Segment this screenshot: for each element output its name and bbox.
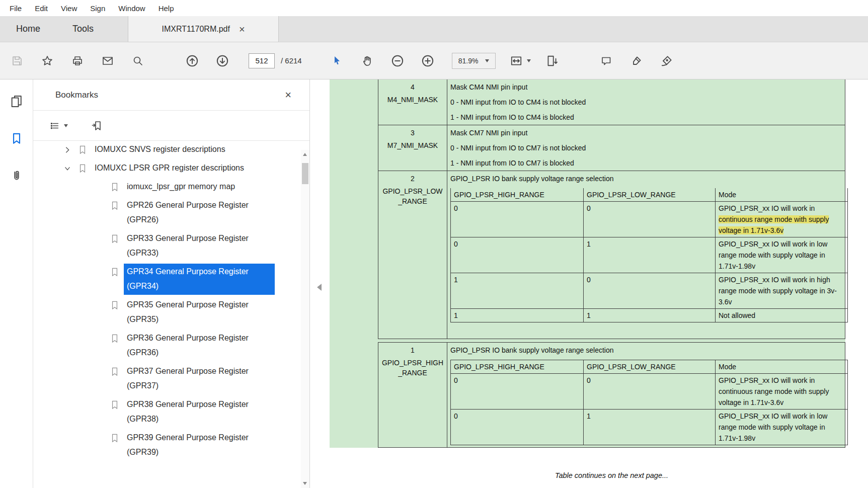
bookmark-item-iomuxc-lpsr-gpr[interactable]: IOMUXC LPSR GPR register descriptions (63, 158, 297, 177)
description-line: Mask CM7 NMI pin input (450, 125, 845, 140)
mode-table-row: 0 0 GPIO_LPSR_xx IO will work in continu… (451, 374, 848, 410)
tab-document[interactable]: IMXRT1170RM.pdf × (128, 16, 279, 42)
zoom-in-button[interactable] (417, 49, 439, 72)
menu-sign[interactable]: Sign (84, 4, 112, 13)
scrollbar-thumb[interactable] (302, 163, 308, 184)
bookmark-item-gpr34-selected[interactable]: GPR34 General Purpose Register (GPR34) (111, 262, 297, 295)
mode-table-header-row: GPIO_LPSR_HIGH_RANGE GPIO_LPSR_LOW_RANGE… (451, 188, 848, 202)
bookmark-item-gpr26[interactable]: GPR26 General Purpose Register (GPR26) (111, 196, 297, 229)
select-tool-button[interactable] (326, 49, 348, 72)
acrobat-window: File Edit View Sign Window Help Home Too… (0, 0, 868, 488)
bookmark-label: GPR33 General Purpose Register (GPR33) (127, 231, 278, 260)
bookmark-icon (111, 267, 119, 277)
bookmark-icon (111, 182, 119, 192)
high-range-value: 0 (451, 410, 584, 445)
mode-cell: Not allowed (716, 309, 848, 322)
page-navigation: / 6214 (249, 53, 302, 68)
bit-number: 4 (381, 79, 444, 95)
highlight-button[interactable] (625, 49, 648, 72)
bookmark-item-memory-map[interactable]: iomuxc_lpsr_gpr memory map (111, 177, 297, 196)
high-range-value: 1 (451, 309, 584, 322)
low-range-value: 1 (584, 309, 716, 322)
menu-view[interactable]: View (54, 4, 84, 13)
mode-table: GPIO_LPSR_HIGH_RANGE GPIO_LPSR_LOW_RANGE… (450, 188, 848, 322)
description-cell: GPIO_LPSR IO bank supply voltage range s… (447, 343, 845, 448)
chevron-down-icon (63, 165, 71, 173)
tab-home[interactable]: Home (0, 16, 56, 42)
zoom-level-select[interactable]: 81.9% (452, 53, 496, 69)
description-line: Mask CM4 NMI pin input (450, 79, 845, 95)
zoom-out-button[interactable] (386, 49, 409, 72)
comment-bubble-icon (600, 55, 612, 67)
menu-file[interactable]: File (3, 4, 28, 13)
bit-cell: 3 M7_NMI_MASK (378, 125, 447, 171)
bookmark-item-iomuxc-snvs[interactable]: IOMUXC SNVS register descriptions (63, 141, 297, 158)
table-row-bit3: 3 M7_NMI_MASK Mask CM7 NMI pin input 0 -… (378, 125, 845, 171)
menu-window[interactable]: Window (112, 4, 151, 13)
bit-cell: 2 GPIO_LPSR_LOW_RANGE (378, 171, 447, 339)
minus-circle-icon (390, 54, 405, 68)
field-name: GPIO_LPSR_LOW_RANGE (381, 186, 444, 206)
mode-table-row: 1 0 GPIO_LPSR_xx IO will work in high ra… (451, 273, 848, 309)
hand-tool-button[interactable] (356, 49, 378, 72)
print-button[interactable] (66, 49, 89, 72)
page-number-input[interactable] (249, 53, 275, 68)
bookmark-item-gpr35[interactable]: GPR35 General Purpose Register (GPR35) (111, 295, 297, 329)
menu-edit[interactable]: Edit (28, 4, 54, 13)
bookmarks-options-bar (33, 111, 309, 141)
table-continues-note: Table continues on the next page... (378, 471, 845, 479)
page-thumbnails-button[interactable] (8, 93, 25, 110)
page-display-button[interactable] (541, 49, 563, 72)
bookmark-item-gpr33[interactable]: GPR33 General Purpose Register (GPR33) (111, 229, 297, 262)
mode-cell: GPIO_LPSR_xx IO will work in high range … (716, 273, 848, 309)
email-button[interactable] (97, 49, 119, 72)
panel-collapse-button[interactable] (317, 284, 322, 291)
comment-button[interactable] (595, 49, 617, 72)
cursor-arrow-icon (331, 55, 343, 67)
next-page-button[interactable] (211, 49, 233, 72)
tab-bar: Home Tools IMXRT1170RM.pdf × (0, 16, 868, 42)
mode-table-row: 0 1 GPIO_LPSR_xx IO will work in low ran… (451, 237, 848, 273)
bookmark-item-gpr38[interactable]: GPR38 General Purpose Register (GPR38) (111, 395, 297, 428)
bookmark-item-gpr37[interactable]: GPR37 General Purpose Register (GPR37) (111, 362, 297, 395)
pdf-content-area: 4 M4_NMI_MASK Mask CM4 NMI pin input 0 -… (310, 79, 868, 488)
bookmark-label: GPR36 General Purpose Register (GPR36) (127, 331, 278, 360)
previous-page-button[interactable] (181, 49, 203, 72)
menu-help[interactable]: Help (152, 4, 181, 13)
bookmark-icon (111, 400, 119, 410)
mode-cell: GPIO_LPSR_xx IO will work in continuous … (716, 374, 848, 410)
fit-width-button[interactable] (508, 49, 533, 72)
bookmark-item-gpr39[interactable]: GPR39 General Purpose Register (GPR39) (111, 428, 297, 461)
description-line: 0 - NMI input from IO to CM4 is not bloc… (450, 95, 845, 110)
table-row-bit1: 1 GPIO_LPSR_HIGH_RANGE GPIO_LPSR IO bank… (378, 343, 845, 448)
highlighter-icon (630, 54, 643, 67)
mode-table-header: GPIO_LPSR_HIGH_RANGE (451, 360, 584, 374)
fill-sign-button[interactable] (656, 49, 678, 72)
mode-table-header: GPIO_LPSR_HIGH_RANGE (451, 188, 584, 202)
bookmark-options-button[interactable] (49, 120, 68, 131)
panel-title: Bookmarks (55, 90, 98, 100)
tab-tools-label: Tools (72, 24, 94, 34)
bookmarks-list: IOMUXC SNVS register descriptions IOMUXC… (33, 141, 300, 488)
chevron-down-icon (64, 124, 68, 127)
bookmark-icon (111, 367, 119, 377)
attachments-button[interactable] (8, 167, 25, 184)
description-line: 0 - NMI input from IO to CM7 is not bloc… (450, 140, 845, 155)
save-button[interactable] (6, 49, 28, 72)
bookmark-icon (78, 145, 87, 155)
bookmarks-panel: Bookmarks × IOMUXC SNVS register descrip… (33, 79, 310, 488)
search-button[interactable] (127, 49, 149, 72)
bookmarks-scrollbar[interactable] (301, 150, 309, 488)
scroll-up-icon[interactable] (303, 153, 307, 156)
favorites-star-button[interactable] (36, 49, 58, 72)
scroll-down-icon[interactable] (303, 482, 307, 485)
tab-tools[interactable]: Tools (56, 16, 110, 42)
bookmark-item-gpr36[interactable]: GPR36 General Purpose Register (GPR36) (111, 329, 297, 362)
page-thumbnails-icon (10, 94, 24, 108)
mode-text: GPIO_LPSR_xx IO will work in (719, 204, 815, 212)
tab-close-icon[interactable]: × (239, 24, 245, 34)
panel-close-button[interactable]: × (285, 90, 291, 101)
bookmarks-panel-button[interactable] (8, 130, 25, 147)
description-line: GPIO_LPSR IO bank supply voltage range s… (450, 171, 845, 186)
find-current-bookmark-button[interactable] (91, 120, 103, 132)
